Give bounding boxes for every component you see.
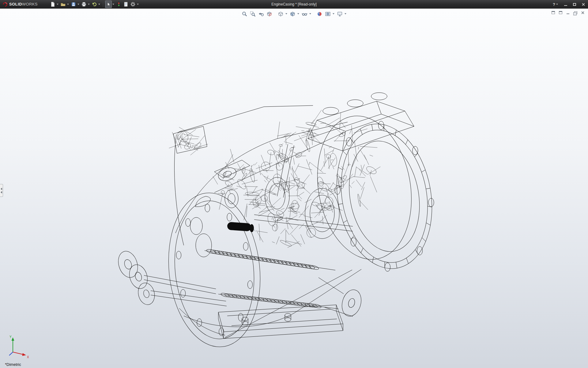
undo-icon [92, 2, 97, 7]
view-orientation-label: *Dimetric [5, 362, 21, 367]
display-style-cube-icon [290, 11, 296, 17]
previous-view-icon [258, 11, 264, 17]
triad-y-label: Y [9, 335, 12, 339]
help-glyph: ? [553, 2, 555, 7]
minimize-document-icon [567, 13, 569, 14]
select-dropdown-arrow-icon[interactable] [112, 4, 114, 5]
zoom-to-area-button[interactable] [249, 10, 257, 17]
close-window-button[interactable] [581, 2, 586, 6]
options-gear-icon [130, 2, 136, 7]
apply-scene-icon [325, 11, 331, 17]
open-folder-icon [60, 2, 66, 7]
new-document-icon [50, 2, 55, 7]
help-dropdown-arrow-icon[interactable] [556, 4, 558, 5]
view-orientation-cube-icon [278, 11, 284, 17]
view-orientation-button[interactable] [277, 10, 285, 17]
solidworks-logo-icon [2, 2, 8, 7]
print-button[interactable] [81, 1, 87, 8]
model-wireframe[interactable]: Y X [0, 9, 588, 368]
view-settings-dropdown-icon[interactable] [345, 13, 346, 14]
options-dropdown-arrow-icon[interactable] [137, 4, 139, 5]
print-icon [81, 2, 87, 7]
open-dropdown-arrow-icon[interactable] [67, 4, 69, 5]
view-orientation-dropdown-icon[interactable] [285, 13, 287, 14]
zoom-to-fit-button[interactable] [241, 10, 248, 17]
close-document-button[interactable] [580, 10, 585, 15]
select-button[interactable] [105, 1, 112, 8]
chevron-left-icon [1, 188, 2, 190]
zoom-to-fit-icon [242, 11, 247, 17]
zoom-to-area-icon [250, 11, 256, 17]
close-icon [582, 3, 585, 6]
save-icon [71, 2, 76, 7]
select-cursor-icon [106, 2, 111, 7]
new-document-button[interactable] [49, 1, 56, 8]
solidworks-window: SOLIDWORKS [0, 0, 588, 368]
apply-scene-dropdown-icon[interactable] [333, 13, 334, 14]
hide-show-glasses-icon [302, 11, 307, 17]
previous-view-button[interactable] [257, 10, 265, 17]
view-settings-monitor-icon [337, 11, 343, 17]
hide-show-items-button[interactable] [301, 10, 308, 17]
maximize-icon [573, 3, 576, 6]
rebuild-traffic-light-icon [116, 2, 121, 7]
open-button[interactable] [60, 1, 66, 8]
section-view-icon [266, 11, 272, 17]
minimize-window-button[interactable] [563, 2, 568, 6]
graphics-viewport[interactable]: Y X [0, 9, 588, 368]
brand-name-light: WORKS [22, 2, 38, 6]
document-window-controls [551, 10, 585, 15]
window-controls: ? [553, 0, 586, 9]
solidworks-brand: SOLIDWORKS [0, 2, 41, 7]
brand-name-bold: SOLID [9, 2, 22, 6]
view-settings-button[interactable] [336, 10, 344, 17]
minimize-icon [564, 5, 567, 6]
undo-button[interactable] [91, 1, 98, 8]
save-dropdown-arrow-icon[interactable] [77, 4, 79, 5]
minimize-document-button[interactable] [566, 10, 570, 15]
edit-appearance-button[interactable] [316, 10, 323, 17]
print-dropdown-arrow-icon[interactable] [88, 4, 90, 5]
options-button[interactable] [130, 1, 136, 8]
edit-appearance-ball-icon [317, 11, 322, 17]
standard-toolbar [49, 1, 140, 8]
display-style-dropdown-icon[interactable] [297, 13, 299, 14]
save-button[interactable] [70, 1, 77, 8]
rebuild-button[interactable] [115, 1, 122, 8]
toolbar-separator [103, 2, 103, 7]
file-properties-icon [123, 2, 129, 7]
apply-scene-button[interactable] [324, 10, 332, 17]
restore-document-button[interactable] [573, 10, 578, 15]
undo-dropdown-arrow-icon[interactable] [98, 4, 100, 5]
chevron-left-icon [1, 191, 2, 194]
section-view-button[interactable] [266, 10, 273, 17]
reference-triad[interactable]: Y X [9, 335, 29, 359]
brand-name: SOLIDWORKS [9, 2, 38, 6]
tile-windows-button[interactable] [551, 10, 556, 15]
maximize-window-button[interactable] [572, 2, 577, 6]
file-properties-button[interactable] [123, 1, 129, 8]
restore-document-icon [574, 11, 577, 14]
new-dropdown-arrow-icon[interactable] [57, 4, 58, 5]
cascade-windows-icon [559, 11, 562, 14]
title-bar: SOLIDWORKS [0, 0, 588, 9]
display-style-button[interactable] [289, 10, 296, 17]
document-title: EngineCasing * [Read-only] [271, 2, 316, 6]
help-button[interactable]: ? [553, 2, 559, 7]
heads-up-view-toolbar [241, 10, 347, 17]
close-document-icon [581, 11, 584, 14]
triad-x-label: X [27, 355, 29, 359]
tile-windows-icon [552, 11, 555, 14]
cascade-windows-button[interactable] [558, 10, 563, 15]
featuremanager-collapsed-tab[interactable] [0, 184, 3, 197]
hide-show-dropdown-icon[interactable] [309, 13, 311, 14]
